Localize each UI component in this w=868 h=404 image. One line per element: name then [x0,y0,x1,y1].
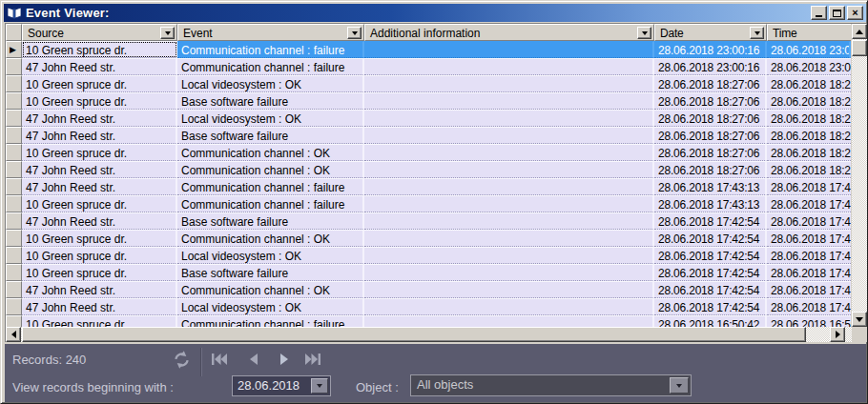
info-filter-dropdown-button[interactable] [637,27,651,39]
cell-event[interactable]: Base software failure [177,212,364,230]
cell-event[interactable]: Communication channel : OK [177,230,364,247]
scroll-down-button[interactable] [852,312,867,327]
date-filter-value[interactable]: 28.06.2018 [233,376,311,395]
scroll-right-button[interactable] [830,327,845,342]
cell-source[interactable]: 47 John Reed str. [22,127,177,144]
cell-info[interactable] [364,298,654,315]
table-row[interactable]: 10 Green spruce dr.Communication channel… [6,230,851,247]
cell-info[interactable] [364,161,654,178]
table-row[interactable]: 47 John Reed str.Communication channel :… [6,281,851,298]
column-header-event[interactable]: Event [177,24,364,41]
cell-info[interactable] [364,264,654,281]
cell-date[interactable]: 28.06.2018 17:42:54 [654,247,767,264]
table-row[interactable]: 10 Green spruce dr.Communication channel… [6,144,851,161]
cell-info[interactable] [364,58,654,75]
cell-source[interactable]: 47 John Reed str. [22,281,177,298]
table-row[interactable]: 10 Green spruce dr.Local videosystem : O… [6,247,851,264]
cell-time[interactable]: 28.06.2018 23:00:16 [767,41,851,58]
title-bar[interactable]: Event Viewer: × [4,4,866,22]
cell-time[interactable]: 28.06.2018 17:43:13 [767,178,851,195]
close-button[interactable]: × [847,6,863,20]
cell-source[interactable]: 47 John Reed str. [22,58,177,75]
table-row[interactable]: 10 Green spruce dr.Base software failure… [6,92,851,110]
cell-event[interactable]: Base software failure [177,264,364,281]
cell-date[interactable]: 28.06.2018 18:27:06 [654,110,767,127]
cell-info[interactable] [364,144,654,161]
cell-date[interactable]: 28.06.2018 17:42:54 [654,281,767,298]
cell-source[interactable]: 10 Green spruce dr. [22,75,177,92]
cell-time[interactable]: 28.06.2018 18:27:06 [767,161,851,178]
date-filter-dropdown-button[interactable] [750,27,764,39]
cell-date[interactable]: 28.06.2018 18:27:06 [654,161,767,178]
cell-info[interactable] [364,195,654,212]
cell-event[interactable]: Communication channel : OK [177,281,364,298]
cell-event[interactable]: Communication channel : failure [177,58,364,75]
object-filter-combo[interactable]: All objects [410,374,692,396]
cell-date[interactable]: 28.06.2018 17:43:13 [654,178,767,195]
cell-time[interactable]: 28.06.2018 17:43:13 [767,195,851,212]
date-filter-combo[interactable]: 28.06.2018 [232,375,331,396]
cell-info[interactable] [364,230,654,247]
table-row[interactable]: 47 John Reed str.Local videosystem : OK2… [6,110,851,127]
column-header-additional-information[interactable]: Additional information [364,24,654,41]
cell-time[interactable]: 28.06.2018 23:00:16 [767,58,851,75]
minimize-button[interactable] [811,6,827,20]
table-row[interactable]: 10 Green spruce dr.Communication channel… [6,315,851,327]
cell-info[interactable] [364,110,654,127]
cell-source[interactable]: 10 Green spruce dr. [22,230,177,247]
cell-time[interactable]: 28.06.2018 17:42:54 [767,264,851,281]
cell-source[interactable]: 10 Green spruce dr. [22,92,177,110]
first-record-button[interactable] [207,348,232,371]
cell-date[interactable]: 28.06.2018 18:27:06 [654,75,767,92]
cell-time[interactable]: 28.06.2018 18:27:06 [767,110,851,127]
refresh-button[interactable] [169,348,194,371]
vertical-scroll-thumb[interactable] [852,40,867,56]
cell-event[interactable]: Communication channel : failure [177,178,364,195]
cell-source[interactable]: 10 Green spruce dr. [22,315,177,327]
column-header-source[interactable]: Source [22,24,177,41]
cell-time[interactable]: 28.06.2018 17:42:54 [767,230,851,247]
cell-time[interactable]: 28.06.2018 18:27:06 [767,144,851,161]
date-dropdown-button[interactable] [311,378,328,394]
cell-source[interactable]: 47 John Reed str. [22,110,177,127]
horizontal-scroll-thumb[interactable] [22,327,806,342]
cell-event[interactable]: Communication channel : failure [177,315,364,327]
cell-date[interactable]: 28.06.2018 16:50:42 [654,315,767,327]
cell-time[interactable]: 28.06.2018 17:42:54 [767,212,851,230]
cell-date[interactable]: 28.06.2018 23:00:16 [654,41,767,58]
column-header-time[interactable]: Time [767,24,851,41]
source-filter-dropdown-button[interactable] [160,27,175,39]
cell-info[interactable] [364,75,654,92]
cell-event[interactable]: Base software failure [177,127,364,144]
cell-event[interactable]: Local videosystem : OK [177,247,364,264]
cell-date[interactable]: 28.06.2018 23:00:16 [654,58,767,75]
cell-source[interactable]: 10 Green spruce dr. [22,144,177,161]
cell-event[interactable]: Local videosystem : OK [177,110,364,127]
cell-date[interactable]: 28.06.2018 17:42:54 [654,212,767,230]
cell-source[interactable]: 47 John Reed str. [22,178,177,195]
cell-event[interactable]: Local videosystem : OK [177,75,364,92]
cell-time[interactable]: 28.06.2018 18:27:06 [767,92,851,110]
cell-event[interactable]: Base software failure [177,92,364,110]
cell-source[interactable]: 47 John Reed str. [22,298,177,315]
cell-event[interactable]: Communication channel : failure [177,195,364,212]
table-row[interactable]: 10 Green spruce dr.Base software failure… [6,264,851,281]
cell-time[interactable]: 28.06.2018 16:50:42 [767,315,851,327]
scroll-left-button[interactable] [6,327,21,342]
cell-info[interactable] [364,212,654,230]
object-dropdown-button[interactable] [670,377,689,394]
scroll-up-button[interactable] [852,24,867,39]
cell-info[interactable] [364,281,654,298]
table-row[interactable]: 47 John Reed str.Base software failure28… [6,212,851,230]
cell-date[interactable]: 28.06.2018 18:27:06 [654,127,767,144]
table-row[interactable]: 10 Green spruce dr.Local videosystem : O… [6,75,851,92]
cell-time[interactable]: 28.06.2018 17:42:54 [767,281,851,298]
cell-source[interactable]: 10 Green spruce dr. [22,247,177,264]
table-row[interactable]: 47 John Reed str.Local videosystem : OK2… [6,298,851,315]
cell-event[interactable]: Communication channel : failure [177,41,364,58]
cell-event[interactable]: Communication channel : OK [177,161,364,178]
cell-date[interactable]: 28.06.2018 18:27:06 [654,92,767,110]
object-filter-value[interactable]: All objects [411,375,670,395]
cell-source[interactable]: 10 Green spruce dr. [22,41,177,58]
last-record-button[interactable] [300,348,325,371]
